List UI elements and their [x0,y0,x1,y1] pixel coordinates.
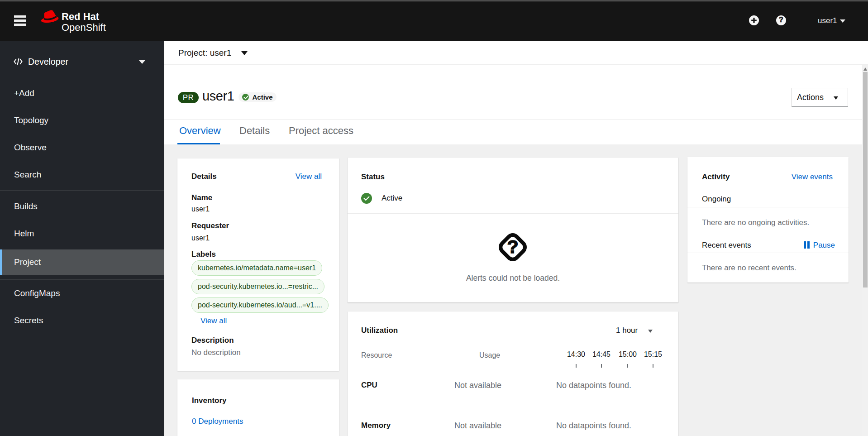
svg-text:?: ? [507,236,518,257]
